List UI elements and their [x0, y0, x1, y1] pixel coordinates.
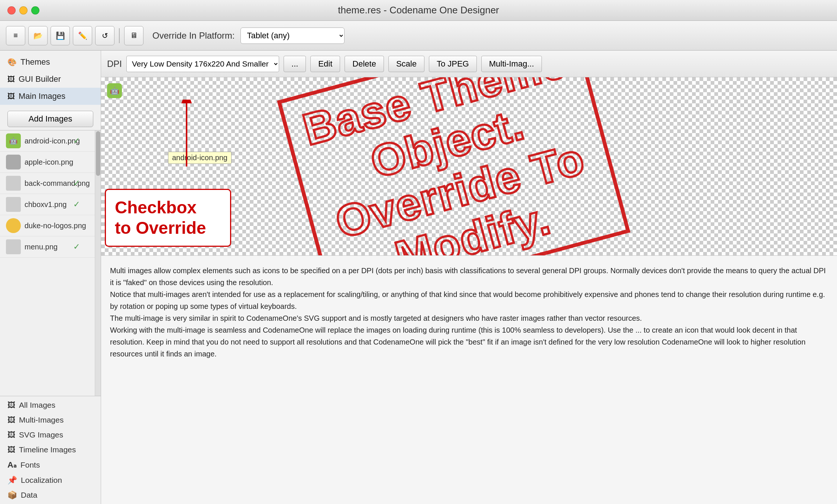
menu-thumb [6, 239, 21, 254]
svg-images-label: SVG Images [19, 430, 63, 439]
android-icon-thumb: 🤖 [6, 133, 21, 148]
edit-button[interactable]: Edit [310, 56, 340, 72]
dpi-label: DPI [107, 59, 122, 69]
all-images-icon: 🖼 [7, 401, 15, 410]
sidebar-item-timeline-images[interactable]: 🖼 Timeline Images [0, 442, 101, 457]
sidebar-item-all-images[interactable]: 🖼 All Images [0, 398, 101, 413]
stamp-line4: Modify. [336, 179, 610, 256]
sidebar-main-images-label: Main Images [19, 91, 65, 101]
annotation-arrow [164, 100, 201, 174]
override-label: Override In Platform: [152, 30, 235, 41]
sidebar-item-data[interactable]: 📦 Data [0, 488, 101, 503]
stamp-line2: Object. [310, 84, 584, 201]
sidebar-item-localization[interactable]: 📌 Localization [0, 473, 101, 488]
preview-android-icon: 🤖 [107, 83, 122, 98]
all-images-label: All Images [19, 401, 55, 410]
toolbar-edit-btn[interactable]: ✏️ [73, 26, 92, 45]
list-item[interactable]: menu.png ✓ [0, 236, 101, 258]
toolbar-refresh-btn[interactable]: ↺ [95, 26, 114, 45]
multi-images-icon: 🖼 [7, 416, 15, 424]
check-icon: ✓ [73, 178, 80, 188]
main-toolbar: ≡ 📂 💾 ✏️ ↺ 🖥 Override In Platform: Table… [0, 21, 837, 51]
ellipsis-button[interactable]: ... [284, 56, 306, 72]
window-controls [7, 6, 39, 14]
info-paragraph-4: Working with the multi-image is seamless… [110, 324, 828, 360]
toolbar-save-btn[interactable]: 💾 [51, 26, 70, 45]
image-filename: menu.png [25, 243, 58, 251]
stamp-overlay: Base Theme Object. Override To Modify. [277, 77, 630, 256]
minimize-button[interactable] [19, 6, 28, 14]
info-paragraph-1: Multi images allow complex elements such… [110, 265, 828, 288]
sidebar-item-multi-images[interactable]: 🖼 Multi-Images [0, 413, 101, 427]
info-paragraph-3: The multi-image is very similar in spiri… [110, 312, 828, 324]
toolbar-list-btn[interactable]: ≡ [6, 26, 25, 45]
sidebar-gui-builder-label: GUI Builder [19, 74, 61, 84]
list-item[interactable]: back-command.png ✓ [0, 173, 101, 194]
toolbar-device-btn[interactable]: 🖥 [124, 26, 143, 45]
check-icon: ✓ [73, 200, 80, 209]
sidebar-footer: 🖼 All Images 🖼 Multi-Images 🖼 SVG Images… [0, 396, 101, 504]
annotation-box: Checkbox to Override [105, 189, 231, 247]
image-filename: chboxv1.png [25, 200, 67, 209]
list-item[interactable]: duke-no-logos.png [0, 215, 101, 236]
fonts-icon: Aₐ [7, 460, 17, 470]
gui-builder-icon: 🖼 [7, 75, 15, 84]
check-icon: ✓ [73, 136, 80, 146]
dpi-toolbar: DPI Very Low Density 176x220 And Smaller… [101, 51, 837, 77]
window-title: theme.res - Codename One Designer [338, 4, 499, 16]
apple-icon-thumb [6, 155, 21, 169]
sidebar-scrollbar[interactable] [95, 130, 101, 396]
data-label: Data [21, 491, 37, 500]
info-paragraph-2: Notice that multi-images aren't intended… [110, 288, 828, 312]
image-filename: android-icon.png [25, 137, 80, 145]
list-item[interactable]: apple-icon.png [0, 152, 101, 173]
stamp-line3: Override To [323, 131, 597, 249]
info-text-area[interactable]: Multi images allow complex elements such… [101, 256, 837, 504]
override-platform-select[interactable]: Tablet (any) [240, 28, 345, 44]
svg-images-icon: 🖼 [7, 430, 15, 439]
multi-images-label: Multi-Images [19, 416, 64, 424]
themes-icon: 🎨 [7, 58, 17, 67]
sidebar-item-main-images[interactable]: 🖼 Main Images [0, 88, 101, 105]
to-jpeg-button[interactable]: To JPEG [429, 56, 477, 72]
list-item[interactable]: 🤖 android-icon.png ✓ [0, 130, 101, 152]
sidebar-item-svg-images[interactable]: 🖼 SVG Images [0, 427, 101, 442]
main-images-icon: 🖼 [7, 92, 15, 101]
scroll-thumb[interactable] [96, 131, 100, 176]
scale-button[interactable]: Scale [388, 56, 424, 72]
annotation-line2: to Override [115, 218, 221, 238]
image-filename: duke-no-logos.png [25, 222, 86, 230]
maximize-button[interactable] [31, 6, 39, 14]
sidebar-nav-section: 🎨 Themes 🖼 GUI Builder 🖼 Main Images [0, 51, 101, 108]
back-command-thumb [6, 176, 21, 191]
fonts-label: Fonts [20, 461, 40, 469]
duke-thumb [6, 218, 21, 233]
multi-image-button[interactable]: Multi-Imag... [481, 56, 542, 72]
timeline-images-label: Timeline Images [19, 445, 76, 454]
annotation-line1: Checkbox [115, 197, 221, 218]
close-button[interactable] [7, 6, 16, 14]
data-icon: 📦 [7, 491, 17, 500]
stamp-line1: Base Theme [298, 77, 571, 154]
sidebar-item-fonts[interactable]: Aₐ Fonts [0, 457, 101, 473]
sidebar-item-themes[interactable]: 🎨 Themes [0, 54, 101, 71]
toolbar-open-btn[interactable]: 📂 [28, 26, 48, 45]
sidebar-item-gui-builder[interactable]: 🖼 GUI Builder [0, 71, 101, 88]
toolbar-separator [119, 28, 120, 43]
image-filename: back-command.png [25, 179, 90, 188]
localization-label: Localization [21, 476, 62, 485]
image-preview-area: 🤖 Base Theme Object. Override To Modify.… [101, 77, 837, 256]
sidebar-themes-label: Themes [20, 57, 50, 67]
image-list: 🤖 android-icon.png ✓ apple-icon.png back… [0, 130, 101, 396]
main-layout: 🎨 Themes 🖼 GUI Builder 🖼 Main Images Add… [0, 51, 837, 504]
dpi-select[interactable]: Very Low Density 176x220 And Smaller Low… [126, 56, 279, 72]
sidebar: 🎨 Themes 🖼 GUI Builder 🖼 Main Images Add… [0, 51, 101, 504]
list-item[interactable]: chboxv1.png ✓ [0, 194, 101, 215]
add-images-button[interactable]: Add Images [7, 111, 93, 127]
titlebar: theme.res - Codename One Designer [0, 0, 837, 21]
content-area: DPI Very Low Density 176x220 And Smaller… [101, 51, 837, 504]
delete-button[interactable]: Delete [345, 56, 384, 72]
check-icon: ✓ [73, 242, 80, 252]
timeline-images-icon: 🖼 [7, 445, 15, 454]
image-filename: apple-icon.png [25, 158, 73, 167]
